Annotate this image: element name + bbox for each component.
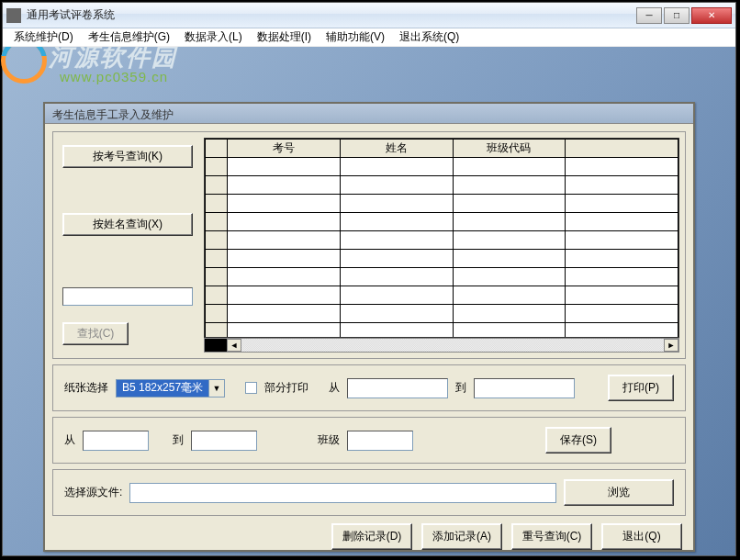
app-icon bbox=[6, 8, 21, 23]
table-row[interactable] bbox=[206, 250, 678, 268]
source-file-label: 选择源文件: bbox=[64, 485, 122, 500]
close-button[interactable]: ✕ bbox=[691, 7, 732, 24]
range-to-input[interactable] bbox=[191, 431, 257, 451]
print-button[interactable]: 打印(P) bbox=[608, 375, 674, 401]
menu-bar: 系统维护(D) 考生信息维护(G) 数据录入(L) 数据处理(I) 辅助功能(V… bbox=[3, 28, 735, 47]
from-label-1: 从 bbox=[329, 380, 340, 396]
menu-aux[interactable]: 辅助功能(V) bbox=[319, 28, 392, 47]
menu-data-entry[interactable]: 数据录入(L) bbox=[177, 28, 250, 47]
delete-record-button[interactable]: 删除记录(D) bbox=[331, 523, 412, 550]
grid-header-name[interactable]: 姓名 bbox=[340, 140, 453, 158]
table-row[interactable] bbox=[206, 176, 678, 195]
find-button[interactable]: 查找(C) bbox=[62, 322, 129, 345]
data-grid[interactable]: 考号 姓名 班级代码 bbox=[204, 138, 679, 338]
table-row[interactable] bbox=[206, 213, 678, 231]
student-info-dialog: 考生信息手工录入及维护 按考号查询(K) 按姓名查询(X) 查找(C) bbox=[43, 102, 695, 552]
table-row[interactable] bbox=[206, 305, 678, 323]
print-to-input[interactable] bbox=[474, 378, 575, 398]
browse-button[interactable]: 浏览 bbox=[564, 479, 674, 506]
paper-size-label: 纸张选择 bbox=[64, 380, 108, 396]
print-from-input[interactable] bbox=[347, 378, 448, 398]
paper-size-value: B5 182x257毫米 bbox=[116, 379, 208, 398]
window-title: 通用考试评卷系统 bbox=[27, 7, 636, 23]
class-label: 班级 bbox=[318, 432, 340, 448]
table-row[interactable] bbox=[206, 323, 678, 339]
grid-header-classcode[interactable]: 班级代码 bbox=[453, 140, 566, 158]
duplicate-query-button[interactable]: 重号查询(C) bbox=[511, 523, 592, 550]
table-row[interactable] bbox=[206, 286, 678, 305]
table-row[interactable] bbox=[206, 195, 678, 213]
watermark-url: www.pc0359.cn bbox=[60, 69, 168, 84]
to-label-2: 到 bbox=[173, 432, 184, 448]
paper-size-select[interactable]: B5 182x257毫米 ▼ bbox=[116, 379, 225, 398]
chevron-down-icon[interactable]: ▼ bbox=[208, 379, 225, 398]
print-panel: 纸张选择 B5 182x257毫米 ▼ 部分打印 从 到 打印(P) bbox=[52, 364, 686, 411]
query-by-examno-button[interactable]: 按考号查询(K) bbox=[62, 145, 193, 168]
horizontal-scrollbar[interactable]: ◄ ► bbox=[204, 338, 679, 353]
source-file-panel: 选择源文件: 浏览 bbox=[52, 469, 686, 516]
source-file-input[interactable] bbox=[129, 483, 556, 503]
partial-print-label: 部分打印 bbox=[264, 380, 308, 396]
scroll-left-icon[interactable]: ◄ bbox=[227, 339, 241, 352]
menu-system[interactable]: 系统维护(D) bbox=[6, 28, 81, 47]
save-button[interactable]: 保存(S) bbox=[545, 427, 611, 454]
range-from-input[interactable] bbox=[83, 431, 149, 451]
minimize-button[interactable]: ─ bbox=[636, 7, 662, 24]
table-row[interactable] bbox=[206, 231, 678, 250]
menu-data-process[interactable]: 数据处理(I) bbox=[250, 28, 319, 47]
search-input[interactable] bbox=[62, 287, 193, 306]
maximize-button[interactable]: □ bbox=[664, 7, 690, 24]
to-label-1: 到 bbox=[455, 380, 466, 396]
class-input[interactable] bbox=[347, 431, 413, 451]
scroll-right-icon[interactable]: ► bbox=[664, 339, 678, 352]
from-label-2: 从 bbox=[64, 432, 75, 448]
save-panel: 从 到 班级 保存(S) bbox=[52, 417, 686, 464]
partial-print-checkbox[interactable] bbox=[245, 382, 257, 394]
menu-student-info[interactable]: 考生信息维护(G) bbox=[81, 28, 177, 47]
table-row[interactable] bbox=[206, 268, 678, 286]
grid-header-examno[interactable]: 考号 bbox=[228, 140, 341, 158]
grid-header-blank[interactable] bbox=[566, 140, 678, 158]
add-record-button[interactable]: 添加记录(A) bbox=[421, 523, 502, 550]
query-by-name-button[interactable]: 按姓名查询(X) bbox=[62, 213, 193, 236]
window-titlebar: 通用考试评卷系统 ─ □ ✕ bbox=[3, 3, 735, 28]
exit-button[interactable]: 退出(Q) bbox=[601, 523, 682, 550]
grid-corner bbox=[206, 140, 228, 158]
menu-exit[interactable]: 退出系统(Q) bbox=[392, 28, 466, 47]
dialog-title: 考生信息手工录入及维护 bbox=[45, 104, 693, 124]
table-row[interactable] bbox=[206, 158, 678, 176]
